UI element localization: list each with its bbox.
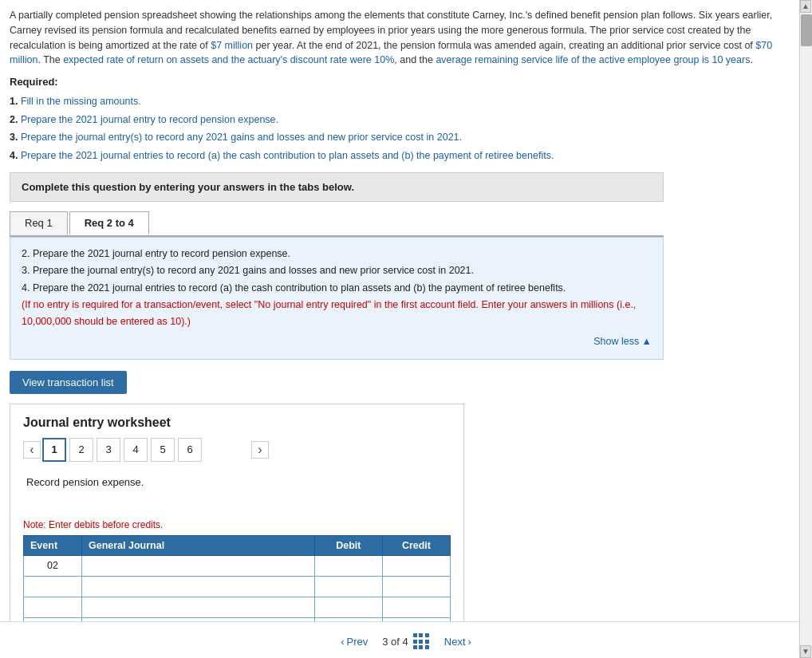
tab-req2to4[interactable]: Req 2 to 4 <box>69 211 149 235</box>
debit-cell-3[interactable] <box>314 597 382 617</box>
required-item-2: 2. Prepare the 2021 journal entry to rec… <box>10 111 775 129</box>
tab-red-line: (If no entry is required for a transacti… <box>22 297 652 331</box>
scrollbar-track: ▲ ▼ <box>799 0 812 658</box>
next-arrow-icon: › <box>468 636 471 648</box>
prev-arrow-icon: ‹ <box>341 636 344 648</box>
col-header-credit: Credit <box>382 535 450 555</box>
general-journal-cell-2[interactable] <box>81 576 314 597</box>
intro-paragraph: A partially completed pension spreadshee… <box>10 8 775 68</box>
prev-link[interactable]: ‹ Prev <box>341 636 368 648</box>
required-label: Required: <box>10 76 775 88</box>
page-btn-6[interactable]: 6 <box>178 438 202 462</box>
scrollbar-down-arrow[interactable]: ▼ <box>800 645 811 658</box>
col-header-event: Event <box>24 535 82 555</box>
page-btn-5[interactable]: 5 <box>151 438 175 462</box>
page-btn-3[interactable]: 3 <box>97 438 120 462</box>
event-cell-3 <box>24 597 82 617</box>
table-row <box>24 576 451 597</box>
tabs-row: Req 1 Req 2 to 4 <box>10 211 664 237</box>
general-journal-input-2[interactable] <box>87 581 309 592</box>
credit-cell-2[interactable] <box>382 576 450 597</box>
general-journal-cell-1[interactable] <box>81 555 314 576</box>
tab-line2: 3. Prepare the journal entry(s) to recor… <box>22 262 652 279</box>
next-label[interactable]: Next <box>444 636 466 648</box>
required-list: 1. Fill in the missing amounts. 2. Prepa… <box>10 93 775 164</box>
page-btn-2[interactable]: 2 <box>69 438 93 462</box>
debit-cell-1[interactable] <box>314 555 382 576</box>
worksheet-title: Journal entry worksheet <box>23 416 451 430</box>
prev-label[interactable]: Prev <box>347 636 369 648</box>
tab-line1: 2. Prepare the 2021 journal entry to rec… <box>22 246 652 262</box>
view-transaction-button[interactable]: View transaction list <box>10 371 127 394</box>
col-header-general-journal: General Journal <box>81 535 314 555</box>
credit-input-1[interactable] <box>388 560 445 571</box>
pagination-nav: ‹ 1 2 3 4 5 6 › <box>23 438 451 462</box>
credit-cell-1[interactable] <box>382 555 450 576</box>
prev-page-arrow[interactable]: ‹ <box>23 441 41 459</box>
table-row: 02 <box>24 555 451 576</box>
page-info: 3 of 4 <box>382 633 430 650</box>
event-cell-1: 02 <box>24 555 82 576</box>
general-journal-input-3[interactable] <box>87 601 309 613</box>
page-btn-1[interactable]: 1 <box>42 438 66 462</box>
required-item-3: 3. Prepare the journal entry(s) to recor… <box>10 128 775 147</box>
scrollbar-thumb[interactable] <box>801 14 812 46</box>
complete-box: Complete this question by entering your … <box>10 172 664 202</box>
general-journal-cell-3[interactable] <box>81 597 314 617</box>
tab-line3: 4. Prepare the 2021 journal entries to r… <box>22 280 652 297</box>
debit-input-2[interactable] <box>320 581 377 592</box>
debit-cell-2[interactable] <box>314 576 382 597</box>
enter-debits-note: Note: Enter debits before credits. <box>23 519 451 530</box>
bottom-nav: ‹ Prev 3 of 4 Next › <box>0 621 812 658</box>
debit-input-1[interactable] <box>320 560 377 571</box>
next-link[interactable]: Next › <box>444 636 471 648</box>
next-page-arrow[interactable]: › <box>251 441 269 459</box>
page-btn-4[interactable]: 4 <box>124 438 148 462</box>
credit-input-2[interactable] <box>388 581 445 592</box>
credit-input-3[interactable] <box>388 601 445 613</box>
required-item-1: 1. Fill in the missing amounts. <box>10 93 775 111</box>
worksheet-container: Journal entry worksheet ‹ 1 2 3 4 5 6 › … <box>10 404 464 659</box>
tab-content-box: 2. Prepare the 2021 journal entry to rec… <box>10 237 664 360</box>
grid-icon[interactable] <box>413 633 430 650</box>
general-journal-input-1[interactable] <box>87 560 309 571</box>
scrollbar-up-arrow[interactable]: ▲ <box>800 0 811 13</box>
page-info-text: 3 of 4 <box>382 636 408 648</box>
debit-input-3[interactable] <box>320 601 377 613</box>
col-header-debit: Debit <box>314 535 382 555</box>
table-row <box>24 597 451 617</box>
credit-cell-3[interactable] <box>382 597 450 617</box>
event-cell-2 <box>24 576 82 597</box>
show-less-link[interactable]: Show less ▲ <box>22 333 652 350</box>
tab-req1[interactable]: Req 1 <box>10 211 68 235</box>
record-note: Record pension expense. <box>23 471 451 511</box>
required-item-4: 4. Prepare the 2021 journal entries to r… <box>10 147 775 165</box>
